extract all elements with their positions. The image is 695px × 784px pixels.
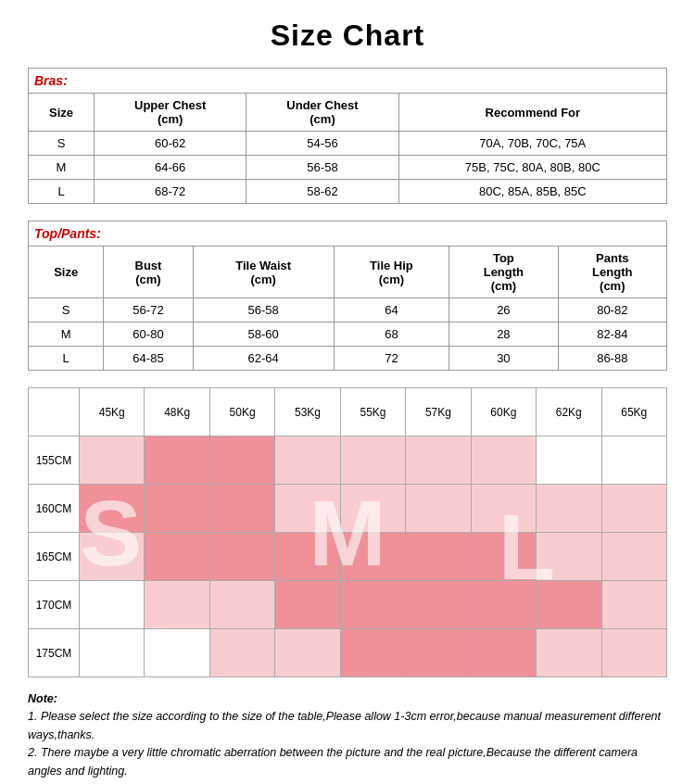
grid-cell — [340, 581, 405, 629]
grid-header-55: 55Kg — [340, 388, 405, 436]
tops-toplength-s: 26 — [449, 298, 558, 322]
grid-cell — [209, 485, 274, 533]
tops-col-size: Size — [29, 247, 104, 298]
tops-toplength-l: 30 — [449, 347, 558, 371]
grid-cell — [145, 533, 209, 581]
tops-col-toplength: TopLength(cm) — [449, 247, 558, 298]
bras-upper-s: 60-62 — [95, 132, 246, 156]
grid-cell — [275, 485, 340, 533]
grid-cell — [601, 533, 667, 581]
note-line-1: 1. Please select the size according to t… — [28, 710, 661, 740]
grid-cell — [471, 581, 536, 629]
grid-header-50: 50Kg — [209, 388, 274, 436]
bras-upper-m: 64-66 — [95, 156, 246, 180]
tops-table: Top/Pants: Size Bust(cm) Tile Waist(cm) … — [28, 221, 667, 371]
grid-cell — [537, 629, 601, 677]
note-title: Note: — [28, 692, 57, 705]
tops-bust-l: 64-85 — [104, 347, 193, 371]
grid-cell — [406, 485, 471, 533]
grid-height-155: 155CM — [29, 436, 80, 485]
grid-header-53: 53Kg — [275, 388, 340, 436]
bras-col-under: Under Chest(cm) — [246, 94, 398, 132]
grid-header-empty — [29, 388, 80, 436]
table-row: S 56-72 56-58 64 26 80-82 — [29, 298, 667, 322]
grid-cell — [406, 629, 471, 677]
grid-row-170: 170CM — [29, 581, 667, 629]
table-row: L 64-85 62-64 72 30 86-88 — [29, 347, 667, 371]
bras-size-m: M — [29, 156, 95, 180]
grid-cell — [80, 485, 145, 533]
grid-cell — [275, 436, 340, 485]
grid-cell — [275, 533, 340, 581]
grid-cell — [340, 533, 405, 581]
tops-bust-s: 56-72 — [104, 298, 193, 322]
grid-height-175: 175CM — [29, 629, 80, 677]
grid-row-175: 175CM — [29, 629, 667, 677]
grid-cell — [471, 436, 536, 485]
tops-col-waist: Tile Waist(cm) — [193, 247, 334, 298]
grid-cell — [601, 436, 667, 485]
tops-hip-s: 64 — [334, 298, 449, 322]
grid-cell — [145, 629, 209, 677]
grid-cell — [209, 436, 274, 485]
bras-under-l: 58-62 — [246, 180, 398, 204]
tops-waist-m: 58-60 — [193, 322, 334, 347]
bras-upper-l: 68-72 — [95, 180, 246, 204]
grid-cell — [471, 629, 536, 677]
tops-size-s: S — [29, 298, 104, 322]
tops-hip-m: 68 — [334, 322, 449, 347]
bras-size-l: L — [29, 180, 95, 204]
grid-cell — [145, 485, 209, 533]
note-section: Note: 1. Please select the size accordin… — [28, 690, 667, 780]
grid-height-170: 170CM — [29, 581, 80, 629]
tops-pantslength-s: 80-82 — [558, 298, 666, 322]
grid-table: 45Kg 48Kg 50Kg 53Kg 55Kg 57Kg 60Kg 62Kg … — [28, 387, 667, 677]
grid-row-165: 165CM — [29, 533, 667, 581]
bras-rec-s: 70A, 70B, 70C, 75A — [398, 132, 666, 156]
tops-size-m: M — [29, 322, 104, 347]
table-row: L 68-72 58-62 80C, 85A, 85B, 85C — [29, 180, 667, 204]
grid-cell — [601, 581, 667, 629]
table-row: S 60-62 54-56 70A, 70B, 70C, 75A — [29, 132, 667, 156]
tops-bust-m: 60-80 — [104, 322, 193, 347]
grid-cell — [80, 581, 145, 629]
grid-height-160: 160CM — [29, 485, 80, 533]
note-line-2: 2. There maybe a very little chromatic a… — [28, 746, 638, 777]
grid-cell — [537, 485, 601, 533]
bras-col-recommend: Recommend For — [398, 94, 666, 132]
tops-waist-l: 62-64 — [193, 347, 334, 371]
bras-size-s: S — [29, 132, 95, 156]
grid-cell — [537, 581, 601, 629]
grid-cell — [209, 629, 274, 677]
table-row: M 60-80 58-60 68 28 82-84 — [29, 322, 667, 347]
tops-pantslength-m: 82-84 — [558, 322, 666, 347]
grid-cell — [471, 485, 536, 533]
grid-cell — [601, 629, 667, 677]
tops-waist-s: 56-58 — [193, 298, 334, 322]
tops-col-pantslength: PantsLength(cm) — [558, 247, 666, 298]
tops-hip-l: 72 — [334, 347, 449, 371]
tops-toplength-m: 28 — [449, 322, 558, 347]
grid-cell — [537, 436, 601, 485]
grid-cell — [340, 436, 405, 485]
grid-cell — [80, 629, 145, 677]
grid-cell — [340, 629, 405, 677]
table-row: M 64-66 56-58 75B, 75C, 80A, 80B, 80C — [29, 156, 667, 180]
grid-height-165: 165CM — [29, 533, 80, 581]
bras-rec-m: 75B, 75C, 80A, 80B, 80C — [398, 156, 666, 180]
bras-table: Bras: Size Upper Chest(cm) Under Chest(c… — [28, 68, 667, 204]
grid-cell — [406, 581, 471, 629]
tops-size-l: L — [29, 347, 104, 371]
grid-row-155: 155CM — [29, 436, 667, 485]
grid-header-65: 65Kg — [601, 388, 667, 436]
grid-cell — [145, 436, 209, 485]
grid-row-160: 160CM — [29, 485, 667, 533]
bras-under-s: 54-56 — [246, 132, 398, 156]
grid-cell — [406, 436, 471, 485]
bras-section-header: Bras: — [29, 69, 667, 94]
grid-cell — [209, 533, 274, 581]
grid-cell — [145, 581, 209, 629]
tops-col-hip: Tile Hip(cm) — [334, 247, 449, 298]
grid-cell — [471, 533, 536, 581]
bras-rec-l: 80C, 85A, 85B, 85C — [398, 180, 666, 204]
